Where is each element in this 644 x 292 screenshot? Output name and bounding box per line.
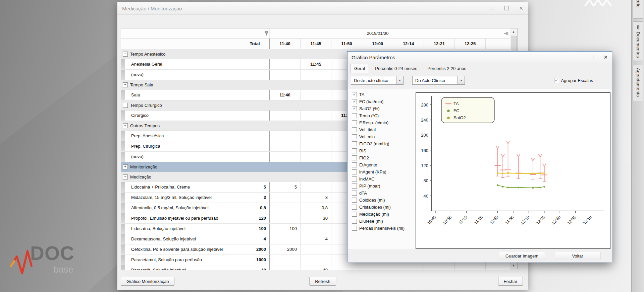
cell-11:45[interactable] <box>301 111 331 121</box>
cell-11:45[interactable]: 0,8 <box>301 203 331 213</box>
cell-11:45[interactable] <box>301 182 331 192</box>
row-handle[interactable] <box>121 182 125 192</box>
row-handle[interactable] <box>121 234 125 244</box>
pin-icon[interactable] <box>240 28 270 38</box>
checkbox-unchecked-icon[interactable] <box>352 191 357 196</box>
parameter-checkbox-SatO2 (%)[interactable]: ✓SatO2 (%) <box>352 105 416 112</box>
cell-11:45[interactable]: 11:45 <box>301 59 331 69</box>
maximize-button[interactable] <box>504 6 509 11</box>
cell-total[interactable] <box>240 70 270 80</box>
cell-11:40[interactable] <box>270 131 301 141</box>
cell-11:40[interactable] <box>270 193 301 203</box>
voltar-button[interactable]: Voltar <box>555 252 600 260</box>
cell-11:40[interactable] <box>270 203 301 213</box>
checkbox-unchecked-icon[interactable] <box>352 113 357 118</box>
cell-total[interactable]: 100 <box>240 224 270 234</box>
cell-11:40[interactable] <box>270 152 301 162</box>
collapse-icon[interactable]: − <box>123 123 128 128</box>
column-header-12:00[interactable]: 12:00 <box>362 39 393 49</box>
collapse-icon[interactable]: − <box>123 52 128 57</box>
cell-11:45[interactable]: 30 <box>301 213 331 223</box>
chevron-down-icon[interactable]: ▼ <box>396 76 403 84</box>
row-handle[interactable] <box>121 255 125 265</box>
cell-11:45[interactable] <box>301 244 331 254</box>
cell-11:40[interactable]: 5 <box>270 182 301 192</box>
cell-11:40[interactable]: 11:40 <box>270 90 301 100</box>
cell-total[interactable] <box>240 90 270 100</box>
cell-11:40[interactable] <box>270 111 301 121</box>
checkbox-checked-icon[interactable]: ✓ <box>352 92 357 97</box>
cell-11:40[interactable]: 2000 <box>270 244 301 254</box>
cell-total[interactable] <box>240 152 270 162</box>
parameter-checkbox-dTA[interactable]: dTA <box>352 190 416 197</box>
parameter-checkbox-Vol_min[interactable]: Vol_min <box>352 133 416 140</box>
parameter-checkbox-Colóides (ml)[interactable]: Colóides (ml) <box>352 197 416 204</box>
chevron-down-icon[interactable]: ▼ <box>458 76 465 84</box>
row-handle[interactable] <box>121 70 125 80</box>
parameter-checkbox-PIP (mbar)[interactable]: PIP (mbar) <box>352 182 416 190</box>
refresh-button[interactable]: Refresh <box>309 277 336 286</box>
cell-12:14[interactable] <box>393 265 424 270</box>
checkbox-unchecked-icon[interactable] <box>352 148 357 153</box>
column-header-12:25[interactable]: 12:25 <box>455 39 486 49</box>
row-handle[interactable] <box>121 224 125 234</box>
cell-total[interactable]: 4 <box>240 234 270 244</box>
checkbox-icon[interactable]: ✓ <box>554 78 559 83</box>
row-handle[interactable] <box>121 111 125 121</box>
checkbox-checked-icon[interactable]: ✓ <box>352 106 357 111</box>
parameter-checkbox-BIS[interactable]: BIS <box>352 147 416 154</box>
cell-12:25[interactable] <box>455 265 486 270</box>
cell-total[interactable]: 3 <box>240 193 270 203</box>
row-handle[interactable] <box>121 265 125 270</box>
sidebar-tab-agendamento[interactable]: Agendamento <box>633 65 643 101</box>
column-header-12:14[interactable]: 12:14 <box>393 39 424 49</box>
parameter-checkbox-Diurese (ml)[interactable]: Diurese (ml) <box>352 218 416 225</box>
checkbox-unchecked-icon[interactable] <box>352 226 357 231</box>
row-handle[interactable] <box>121 244 125 254</box>
cell-total[interactable] <box>240 111 270 121</box>
close-icon[interactable]: ✕ <box>519 6 523 11</box>
row-handle[interactable] <box>121 131 125 141</box>
collapse-icon[interactable]: − <box>123 174 128 179</box>
scroll-down-icon[interactable]: ▼ <box>510 262 517 269</box>
cell-total[interactable]: 1000 <box>240 255 270 265</box>
cell-11:45[interactable] <box>301 70 331 80</box>
scrollbar-thumb[interactable] <box>511 36 517 52</box>
parameter-checkbox-Vol_tidal[interactable]: Vol_tidal <box>352 126 416 133</box>
dialog-close-icon[interactable]: ✕ <box>603 55 608 60</box>
agrupar-escalas-checkbox[interactable]: ✓ Agrupar Escalas <box>554 78 593 83</box>
checkbox-unchecked-icon[interactable] <box>352 141 357 146</box>
acto-combobox[interactable]: Do Acto Clínico ▼ <box>412 76 465 85</box>
sidebar-tab-documentos[interactable]: Documentos <box>633 21 643 61</box>
expand-icon[interactable]: + <box>123 164 128 169</box>
cell-11:45[interactable] <box>301 152 331 162</box>
tab-percentis-0-24[interactable]: Percentis 0-24 meses <box>371 64 421 73</box>
parameter-checkbox-TA[interactable]: ✓TA <box>352 91 416 98</box>
checkbox-unchecked-icon[interactable] <box>352 184 357 189</box>
checkbox-unchecked-icon[interactable] <box>352 155 357 160</box>
scroll-up-icon[interactable]: ▲ <box>510 28 517 35</box>
scope-combobox[interactable]: Deste acto clínico ▼ <box>351 76 404 85</box>
grafico-monitorizacao-button[interactable]: Gráfico Monitorização <box>121 277 174 286</box>
checkbox-unchecked-icon[interactable] <box>352 212 357 217</box>
column-header-11:40[interactable]: 11:40 <box>270 39 301 49</box>
parameter-checkbox-Temp (ºC)[interactable]: Temp (ºC) <box>352 112 416 119</box>
cell-11:45[interactable]: 4 <box>301 234 331 244</box>
cell-11:45[interactable] <box>301 131 331 141</box>
parameter-checkbox-F.Resp. (c/min)[interactable]: F.Resp. (c/min) <box>352 119 416 126</box>
tab-geral[interactable]: Geral <box>350 64 369 73</box>
checkbox-unchecked-icon[interactable] <box>352 219 357 224</box>
cell-12:00[interactable] <box>362 265 393 270</box>
cell-11:40[interactable] <box>270 265 301 270</box>
checkbox-checked-icon[interactable]: ✓ <box>352 99 357 104</box>
row-handle[interactable] <box>121 141 125 151</box>
cell-11:40[interactable] <box>270 234 301 244</box>
fechar-button[interactable]: Fechar <box>498 277 523 286</box>
cell-total[interactable]: 5 <box>240 182 270 192</box>
row-handle[interactable] <box>121 193 125 203</box>
cell-11:40[interactable]: 100 <box>270 224 301 234</box>
row-handle[interactable] <box>121 213 125 223</box>
checkbox-unchecked-icon[interactable] <box>352 176 357 181</box>
cell-total[interactable]: 40 <box>240 265 270 270</box>
checkbox-unchecked-icon[interactable] <box>352 198 357 203</box>
